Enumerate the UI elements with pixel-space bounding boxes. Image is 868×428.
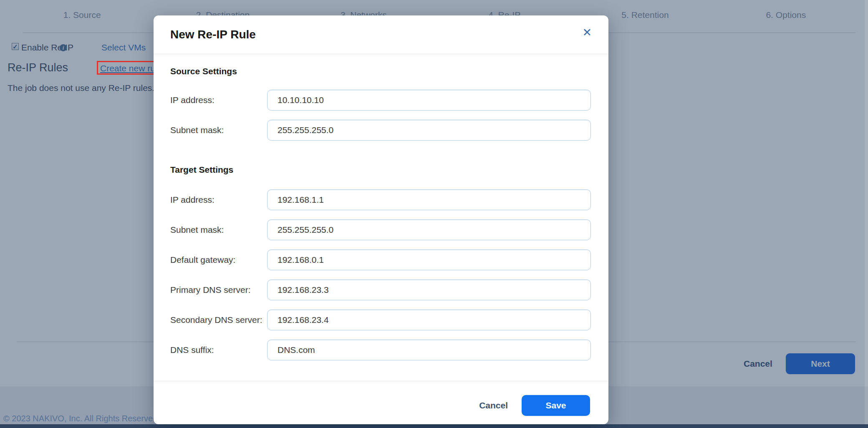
source-settings-heading: Source Settings [170,66,591,76]
source-subnet-input[interactable] [267,120,591,141]
dialog-header: New Re-IP Rule ✕ [154,15,608,54]
primary-dns-field-row: Primary DNS server: [170,279,591,300]
dns-suffix-field-row: DNS suffix: [170,340,591,360]
primary-dns-label: Primary DNS server: [170,285,267,295]
default-gateway-field-row: Default gateway: [170,249,591,270]
target-ip-input[interactable] [267,189,591,210]
secondary-dns-label: Secondary DNS server: [170,315,267,325]
dialog-footer: Cancel Save [154,381,608,424]
source-subnet-field-row: Subnet mask: [170,120,591,141]
target-settings-heading: Target Settings [170,165,591,175]
target-subnet-label: Subnet mask: [170,225,267,235]
source-ip-input[interactable] [267,90,591,111]
close-icon[interactable]: ✕ [582,27,592,38]
primary-dns-input[interactable] [267,279,591,300]
target-subnet-input[interactable] [267,219,591,240]
modal-cancel-button[interactable]: Cancel [479,400,508,410]
target-ip-field-row: IP address: [170,189,591,210]
dns-suffix-input[interactable] [267,340,591,360]
new-reip-rule-dialog: New Re-IP Rule ✕ Source Settings IP addr… [154,15,608,424]
default-gateway-input[interactable] [267,249,591,270]
target-ip-label: IP address: [170,195,267,205]
reip-wizard-page: 1. Source 2. Destination 3. Networks 4. … [0,0,868,428]
source-subnet-label: Subnet mask: [170,125,267,135]
scrollbar-track[interactable] [865,0,868,424]
secondary-dns-field-row: Secondary DNS server: [170,310,591,330]
dns-suffix-label: DNS suffix: [170,345,267,355]
save-button[interactable]: Save [522,395,590,416]
dialog-title: New Re-IP Rule [170,28,256,41]
source-ip-label: IP address: [170,95,267,105]
dialog-body: Source Settings IP address: Subnet mask:… [154,66,608,360]
annotation-highlight-box [97,61,158,75]
source-ip-field-row: IP address: [170,90,591,111]
secondary-dns-input[interactable] [267,310,591,330]
default-gateway-label: Default gateway: [170,255,267,265]
target-subnet-field-row: Subnet mask: [170,219,591,240]
